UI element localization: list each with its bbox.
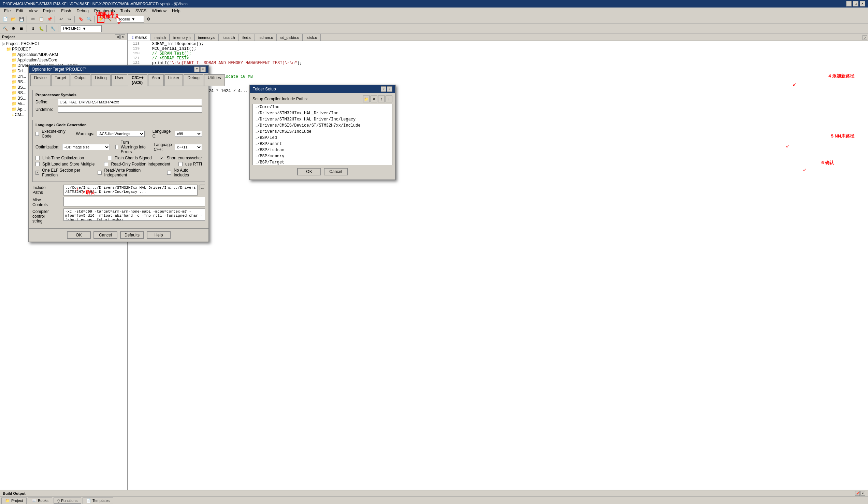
bottom-close-btn[interactable]: × (860, 491, 865, 496)
execute-only-check[interactable] (35, 132, 39, 136)
short-enum-check[interactable]: ✓ (160, 156, 164, 160)
tab-linker[interactable]: Linker (164, 74, 183, 86)
target-dropdown[interactable]: sdcallo ▼ (117, 16, 144, 22)
no-auto-check[interactable] (167, 171, 171, 175)
find-button[interactable]: 🔍 (85, 16, 93, 23)
close-button[interactable]: ✕ (860, 1, 865, 7)
tab-books[interactable]: 📖 Books (28, 497, 52, 504)
tree-root[interactable]: ▷ Project: PROJECT (1, 41, 127, 47)
folder-close-btn[interactable]: × (387, 86, 392, 92)
folder-path-9[interactable]: ./BSP/Target (253, 160, 392, 165)
tab-device[interactable]: Device (30, 74, 51, 86)
folder-help-btn[interactable]: ? (381, 86, 386, 92)
tab-iusart-h[interactable]: iusart.h (219, 34, 238, 41)
folder-cancel-button[interactable]: Cancel (324, 168, 348, 175)
folder-path-4[interactable]: ./Drivers/CMSIS/Include (253, 128, 392, 135)
split-load-check[interactable] (35, 162, 40, 166)
folder-delete-btn[interactable]: ✕ (371, 95, 378, 102)
folder-ok-button[interactable]: OK (297, 168, 321, 175)
one-elf-check[interactable]: ✓ (35, 171, 39, 175)
tab-main-c[interactable]: c main.c (128, 34, 151, 41)
options-dialog[interactable]: Options for Target 'PROJECT' ? × Device … (28, 65, 209, 242)
define-input[interactable] (58, 99, 202, 105)
ok-button[interactable]: OK (67, 232, 91, 239)
tab-listing[interactable]: Listing (91, 74, 111, 86)
menu-help[interactable]: Help (169, 8, 183, 14)
compile-button[interactable]: 🔨 (105, 16, 113, 23)
dropdown-arrow-icon[interactable]: ▼ (131, 17, 135, 21)
undo-button[interactable]: ↩ (57, 16, 65, 23)
tab-iled-c[interactable]: iled.c (239, 34, 255, 41)
folder-path-6[interactable]: ./BSP/usart (253, 141, 392, 147)
copy-button[interactable]: 📋 (38, 16, 45, 23)
turn-warnings-check[interactable] (115, 145, 118, 149)
lang-cpp-select[interactable]: c++11 (175, 144, 202, 150)
folder-path-8[interactable]: ./BSP/memory (253, 153, 392, 160)
tree-app-mdk[interactable]: 📁 Application/MDK-ARM (1, 52, 127, 57)
tab-idisk-c[interactable]: idisk.c (303, 34, 321, 41)
folder-dialog[interactable]: Folder Setup ? × Setup Compiler Include … (249, 85, 396, 180)
paste-button[interactable]: 📌 (46, 16, 53, 23)
folder-up-btn[interactable]: ↑ (378, 95, 385, 102)
tab-sd-diskio-c[interactable]: sd_diskio.c (277, 34, 303, 41)
tab-debug[interactable]: Debug (184, 74, 203, 86)
tab-imemory-c[interactable]: imemory.c (195, 34, 219, 41)
tab-imemory-h[interactable]: imemory.h (169, 34, 195, 41)
menu-window[interactable]: Window (149, 8, 169, 14)
menu-edit[interactable]: Edit (13, 8, 26, 14)
menu-view[interactable]: View (26, 8, 40, 14)
options-dialog-controls[interactable]: ? × (194, 66, 206, 72)
bookmark-button[interactable]: 🔖 (77, 16, 85, 23)
bottom-header-btns[interactable]: 📌 × (855, 491, 865, 496)
tab-target[interactable]: Target (51, 74, 70, 86)
folder-dialog-controls[interactable]: ? × (381, 86, 392, 92)
panel-close-btn[interactable]: × (121, 34, 125, 39)
open-button[interactable]: 📂 (10, 16, 17, 23)
menu-svcs[interactable]: SVCS (133, 8, 149, 14)
menu-peripherals[interactable]: Peripherals (91, 8, 118, 14)
defaults-button[interactable]: Defaults (120, 232, 144, 239)
tab-project[interactable]: 📁 Project (1, 497, 27, 504)
window-controls[interactable]: ─ □ ✕ (846, 1, 865, 7)
misc-input[interactable] (63, 197, 205, 206)
rw-check[interactable] (97, 171, 101, 175)
download-btn[interactable]: ⬇ (29, 25, 37, 32)
project-dropdown-icon[interactable]: ▼ (82, 26, 86, 31)
minimize-button[interactable]: ─ (846, 1, 851, 7)
lang-c-select[interactable]: c99 (175, 131, 202, 137)
folder-path-0[interactable]: ./Core/Inc (253, 104, 392, 110)
stop-btn[interactable]: ⏹ (18, 25, 25, 32)
settings-button[interactable]: ⚙ (145, 16, 152, 23)
code-editor[interactable]: 118 SDRAM_InitSequence(); 119 MCU_serial… (128, 41, 868, 490)
tab-ccc[interactable]: C/C++ (AC6) (128, 74, 147, 86)
folder-list[interactable]: ./Core/Inc ./Drivers/STM32H7xx_HAL_Drive… (252, 104, 392, 165)
folder-down-btn[interactable]: ↓ (385, 95, 392, 102)
warnings-select[interactable]: AC5-like Warnings (97, 131, 145, 137)
menu-debug[interactable]: Debug (74, 8, 91, 14)
folder-add-btn[interactable]: 📁 (363, 95, 370, 102)
options-close-btn[interactable]: × (200, 66, 206, 72)
folder-path-1[interactable]: ./Drivers/STM32H7xx_HAL_Driver/Inc (253, 110, 392, 116)
redo-button[interactable]: ↪ (65, 16, 73, 23)
help-button[interactable]: Help (147, 232, 170, 239)
debug-btn[interactable]: 🐛 (38, 25, 45, 32)
compiler-input[interactable]: -xc -std=c99 -target=arm-arm-none-eabi -… (63, 208, 205, 221)
bottom-pin-btn[interactable]: 📌 (855, 491, 860, 496)
tab-asm[interactable]: Asm (148, 74, 164, 86)
tree-app-user[interactable]: 📁 Application/User/Core (1, 57, 127, 63)
menu-tools[interactable]: Tools (118, 8, 133, 14)
tab-user[interactable]: User (111, 74, 127, 86)
ronly-check[interactable] (104, 162, 108, 166)
include-paths-input[interactable]: ../Core/Inc;../Drivers/STM32H7xx_HAL_Dri… (63, 185, 198, 196)
folder-path-7[interactable]: ./BSP/isdram (253, 147, 392, 153)
options-btn[interactable]: 🔧 (49, 25, 56, 32)
menu-project[interactable]: Project (40, 8, 58, 14)
tab-functions[interactable]: {} Functions (54, 497, 81, 504)
cut-button[interactable]: ✂ (29, 16, 37, 23)
panel-header-buttons[interactable]: ◁ × (115, 34, 125, 39)
folder-path-3[interactable]: ./Drivers/CMSIS/Device/ST/STM32H7xx/Incl… (253, 123, 392, 128)
undefine-input[interactable] (58, 106, 202, 113)
menu-file[interactable]: File (1, 8, 13, 14)
build-btn[interactable]: 🔨 (1, 25, 9, 32)
folder-path-2[interactable]: ./Drivers/STM32H7xx_HAL_Driver/Inc/Legac… (253, 116, 392, 123)
